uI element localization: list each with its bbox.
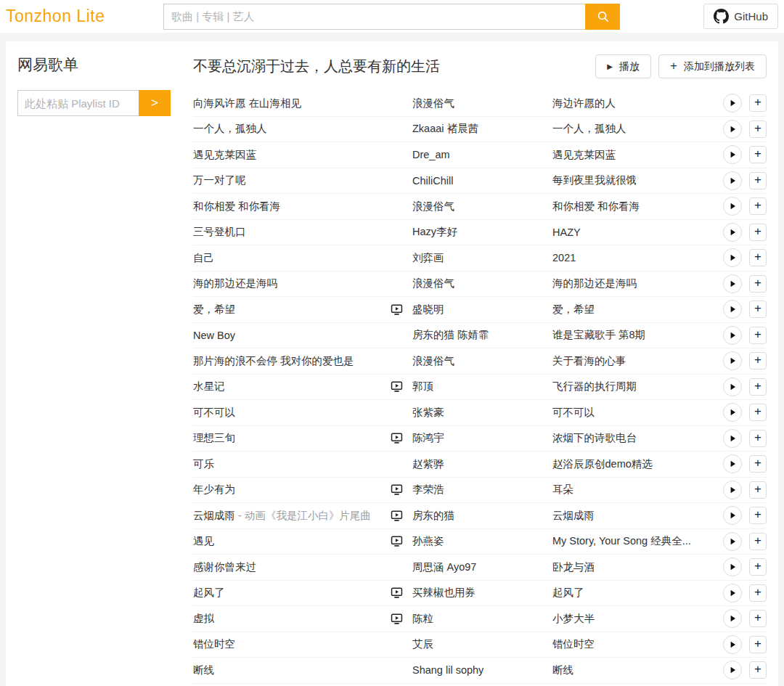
row-play-button[interactable] — [723, 661, 742, 679]
row-add-button[interactable]: + — [749, 481, 767, 499]
row-add-button[interactable]: + — [749, 224, 767, 241]
row-play-button[interactable] — [723, 506, 742, 525]
playlist-id-input[interactable] — [17, 90, 139, 116]
song-name: 三号登机口 — [193, 226, 246, 237]
row-add-button[interactable]: + — [749, 610, 767, 627]
row-add-button[interactable]: + — [749, 455, 767, 473]
song-controls: + — [723, 120, 767, 139]
song-name: 爱，希望 — [193, 303, 235, 315]
add-all-to-queue-button[interactable]: + 添加到播放列表 — [658, 54, 767, 78]
sidebar: 网易歌单 > — [6, 41, 187, 686]
app-header: Tonzhon Lite GitHub — [0, 0, 784, 33]
song-row: 水星记 郭顶 飞行器的执行周期 + — [193, 375, 767, 401]
row-add-button[interactable]: + — [749, 249, 767, 266]
app-logo[interactable]: Tonzhon Lite — [6, 7, 105, 26]
row-play-button[interactable] — [723, 120, 742, 139]
row-play-button[interactable] — [723, 635, 742, 654]
row-play-button[interactable] — [723, 481, 742, 499]
row-play-button[interactable] — [723, 558, 742, 576]
row-play-button[interactable] — [723, 300, 742, 319]
song-row: 那片海的浪不会停 我对你的爱也是 浪漫俗气 关于看海的心事 + — [193, 348, 767, 375]
play-all-button[interactable]: ▶ 播放 — [595, 54, 651, 78]
row-play-button[interactable] — [723, 609, 742, 628]
mv-video-icon[interactable] — [391, 613, 403, 625]
plus-icon: + — [754, 379, 761, 393]
row-play-button[interactable] — [723, 326, 742, 345]
plus-icon: + — [754, 482, 761, 497]
row-play-button[interactable] — [723, 248, 742, 267]
row-add-button[interactable]: + — [749, 327, 767, 344]
playlist-id-submit-button[interactable]: > — [139, 90, 171, 116]
song-name-cell: 断线 — [193, 663, 391, 677]
mv-video-icon[interactable] — [391, 303, 403, 316]
row-play-button[interactable] — [723, 197, 742, 216]
song-list: 向海风许愿 在山海相见 浪漫俗气 海边许愿的人 + — [193, 91, 767, 686]
plus-icon: + — [754, 198, 761, 213]
add-all-label: 添加到播放列表 — [684, 60, 755, 73]
song-album: 飞行器的执行周期 — [552, 380, 723, 393]
row-play-button[interactable] — [723, 171, 742, 190]
row-add-button[interactable]: + — [749, 533, 767, 550]
song-row: 想去海边 夏日入侵企画 想去海边 + — [193, 684, 767, 686]
mv-video-icon[interactable] — [391, 535, 403, 547]
song-name: 可乐 — [193, 458, 214, 470]
play-icon — [729, 383, 736, 391]
row-add-button[interactable]: + — [749, 507, 767, 524]
row-add-button[interactable]: + — [749, 197, 767, 215]
row-add-button[interactable]: + — [749, 275, 767, 293]
play-icon — [729, 306, 736, 313]
playlist-title: 不要总沉溺于过去，人总要有新的生活 — [193, 57, 595, 76]
row-add-button[interactable]: + — [749, 584, 767, 602]
github-button[interactable]: GitHub — [703, 4, 778, 29]
row-add-button[interactable]: + — [749, 404, 767, 421]
song-controls: + — [723, 171, 767, 190]
row-add-button[interactable]: + — [749, 352, 767, 369]
row-play-button[interactable] — [723, 94, 742, 113]
mv-cell — [391, 587, 412, 599]
row-play-button[interactable] — [723, 145, 742, 164]
row-add-button[interactable]: + — [749, 636, 767, 653]
row-play-button[interactable] — [723, 454, 742, 473]
main-panel: 不要总沉溺于过去，人总要有新的生活 ▶ 播放 + 添加到播放列表 向海风许愿 在… — [187, 41, 778, 686]
github-icon — [714, 9, 729, 24]
row-add-button[interactable]: + — [749, 172, 767, 189]
row-add-button[interactable]: + — [749, 94, 767, 112]
mv-video-icon[interactable] — [391, 483, 403, 496]
song-name-cell: 年少有为 — [193, 483, 391, 497]
row-play-button[interactable] — [723, 532, 742, 551]
row-add-button[interactable]: + — [749, 378, 767, 396]
row-play-button[interactable] — [723, 429, 742, 448]
row-add-button[interactable]: + — [749, 661, 767, 679]
mv-video-icon[interactable] — [391, 432, 403, 444]
song-controls: + — [723, 223, 767, 242]
row-play-button[interactable] — [723, 403, 742, 422]
search-button[interactable] — [585, 4, 620, 30]
row-add-button[interactable]: + — [749, 301, 767, 318]
song-name: 断线 — [193, 664, 214, 676]
row-play-button[interactable] — [723, 584, 742, 603]
song-row: 虚拟 陈粒 小梦大半 + — [193, 606, 767, 632]
search-input[interactable] — [163, 4, 585, 30]
row-add-button[interactable]: + — [749, 146, 767, 163]
row-play-button[interactable] — [723, 223, 742, 242]
row-play-button[interactable] — [723, 351, 742, 370]
song-name: 向海风许愿 在山海相见 — [193, 97, 301, 109]
song-name-cell: 一个人，孤独人 — [193, 122, 391, 136]
song-controls: + — [723, 351, 767, 370]
row-add-button[interactable]: + — [749, 430, 767, 447]
song-name: 万一对了呢 — [193, 174, 246, 186]
song-artist: 李荣浩 — [412, 483, 552, 497]
mv-cell — [391, 97, 412, 110]
row-add-button[interactable]: + — [749, 558, 767, 576]
song-album: 遇见克莱因蓝 — [552, 148, 723, 162]
song-row: 海的那边还是海吗 浪漫俗气 海的那边还是海吗 + — [193, 271, 767, 298]
mv-video-icon[interactable] — [391, 380, 403, 393]
mv-cell — [391, 432, 412, 444]
mv-video-icon[interactable] — [391, 510, 403, 522]
search-bar — [163, 4, 620, 30]
row-play-button[interactable] — [723, 377, 742, 396]
song-controls: + — [723, 403, 767, 422]
row-add-button[interactable]: + — [749, 121, 767, 138]
mv-video-icon[interactable] — [391, 587, 403, 599]
row-play-button[interactable] — [723, 274, 742, 293]
